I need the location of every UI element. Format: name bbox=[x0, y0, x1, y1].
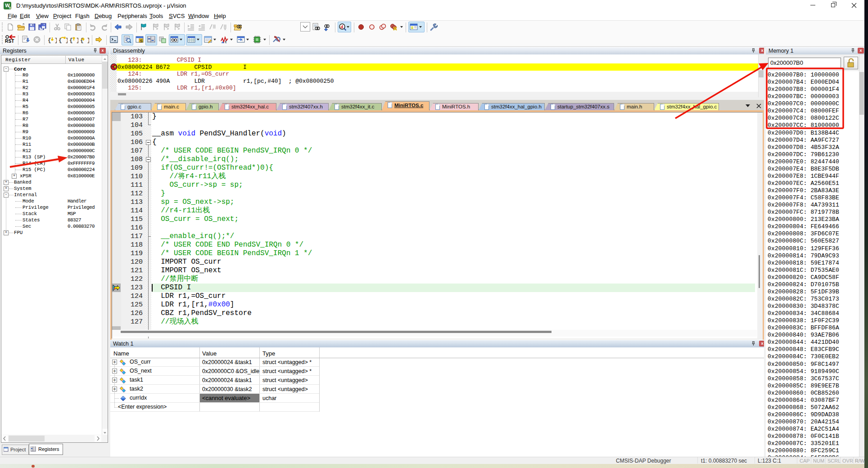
svg-text:d: d bbox=[341, 24, 344, 29]
svg-text:t: t bbox=[225, 40, 226, 44]
svg-text:{ }: { } bbox=[80, 37, 89, 44]
svg-text:S: S bbox=[140, 39, 143, 43]
